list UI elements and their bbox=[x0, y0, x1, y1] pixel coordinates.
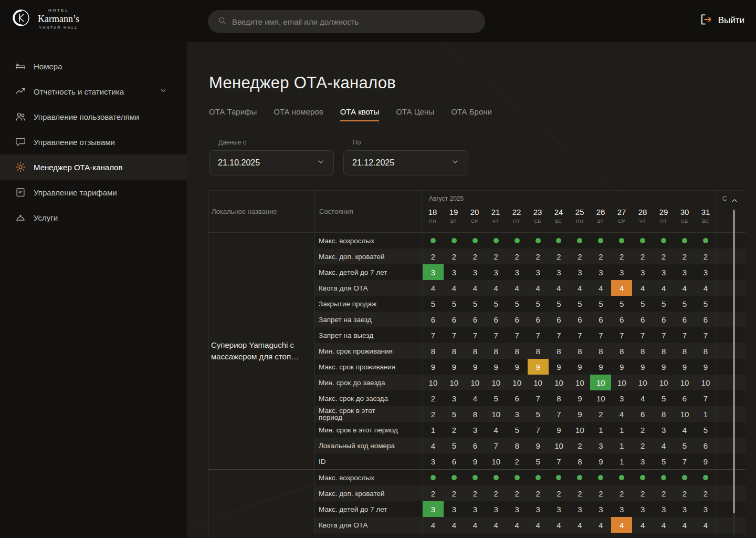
calendar-cell[interactable]: 6 bbox=[549, 312, 570, 327]
calendar-cell[interactable]: 10 bbox=[528, 375, 549, 390]
sidebar-item-ota-manager[interactable]: Менеджер ОТА-каналов bbox=[0, 154, 187, 180]
calendar-cell[interactable]: 3 bbox=[674, 501, 695, 517]
calendar-cell[interactable]: 3 bbox=[569, 264, 590, 280]
calendar-cell[interactable]: 5 bbox=[423, 296, 444, 312]
calendar-cell[interactable] bbox=[632, 470, 653, 485]
calendar-cell[interactable] bbox=[611, 233, 632, 249]
calendar-cell[interactable]: 6 bbox=[590, 312, 611, 327]
calendar-cell[interactable]: 2 bbox=[695, 485, 716, 501]
calendar-cell[interactable]: 4 bbox=[632, 390, 653, 406]
calendar-cell[interactable]: 3 bbox=[590, 264, 611, 280]
calendar-cell[interactable]: 2 bbox=[423, 406, 444, 422]
calendar-cell[interactable]: 7 bbox=[674, 453, 695, 469]
calendar-cell[interactable]: 4 bbox=[486, 280, 507, 296]
calendar-cell[interactable]: 6 bbox=[486, 312, 507, 327]
calendar-cell[interactable]: 3 bbox=[549, 264, 570, 280]
calendar-cell[interactable]: 4 bbox=[590, 280, 611, 296]
calendar-cell[interactable]: 3 bbox=[465, 501, 486, 517]
calendar-cell[interactable]: 8 bbox=[653, 343, 674, 359]
calendar-cell[interactable]: 4 bbox=[590, 517, 611, 533]
calendar-cell[interactable]: 8 bbox=[569, 343, 590, 359]
calendar-cell[interactable]: 3 bbox=[653, 422, 674, 438]
calendar-cell[interactable]: 3 bbox=[423, 453, 444, 469]
calendar-cell[interactable] bbox=[423, 470, 444, 485]
calendar-cell[interactable]: 2 bbox=[653, 485, 674, 501]
calendar-cell[interactable]: 4 bbox=[653, 517, 674, 533]
calendar-cell[interactable]: 9 bbox=[569, 390, 590, 406]
calendar-cell[interactable]: 2 bbox=[465, 249, 486, 264]
calendar-cell[interactable]: 5 bbox=[569, 296, 590, 312]
calendar-cell[interactable]: 5 bbox=[653, 296, 674, 312]
calendar-cell[interactable]: 2 bbox=[653, 249, 674, 264]
calendar-cell[interactable]: 10 bbox=[590, 375, 611, 390]
calendar-cell[interactable]: 5 bbox=[695, 422, 716, 438]
calendar-cell[interactable]: 1 bbox=[611, 422, 632, 438]
calendar-cell[interactable]: 5 bbox=[444, 406, 465, 422]
date-from-select[interactable]: 21.10.2025 bbox=[209, 150, 334, 175]
calendar-cell[interactable]: 2 bbox=[590, 485, 611, 501]
calendar-cell[interactable]: 3 bbox=[653, 264, 674, 280]
calendar-cell[interactable]: 6 bbox=[528, 312, 549, 327]
calendar-cell[interactable]: 10 bbox=[674, 375, 695, 390]
calendar-cell[interactable]: 2 bbox=[590, 249, 611, 264]
calendar-cell[interactable]: 10 bbox=[444, 375, 465, 390]
calendar-cell[interactable]: 10 bbox=[486, 453, 507, 469]
calendar-cell[interactable]: 8 bbox=[549, 390, 570, 406]
calendar-cell[interactable]: 3 bbox=[423, 264, 444, 280]
calendar-cell[interactable]: 7 bbox=[590, 327, 611, 343]
calendar-cell[interactable]: 4 bbox=[465, 390, 486, 406]
calendar-cell[interactable]: 3 bbox=[507, 264, 528, 280]
calendar-cell[interactable] bbox=[444, 470, 465, 485]
calendar-cell[interactable]: 7 bbox=[549, 406, 570, 422]
calendar-cell[interactable]: 6 bbox=[507, 390, 528, 406]
calendar-cell[interactable]: 3 bbox=[611, 390, 632, 406]
sidebar-item-reviews[interactable]: Управление отзывами bbox=[0, 129, 187, 154]
calendar-cell[interactable]: 9 bbox=[549, 422, 570, 438]
calendar-cell[interactable]: 2 bbox=[507, 249, 528, 264]
calendar-cell[interactable]: 6 bbox=[632, 312, 653, 327]
calendar-cell[interactable]: 3 bbox=[653, 501, 674, 517]
calendar-cell[interactable]: 10 bbox=[674, 406, 695, 422]
calendar-cell[interactable]: 3 bbox=[569, 501, 590, 517]
calendar-cell[interactable]: 2 bbox=[611, 485, 632, 501]
calendar-cell[interactable]: 6 bbox=[674, 312, 695, 327]
calendar-cell[interactable]: 9 bbox=[695, 359, 716, 375]
calendar-cell[interactable]: 9 bbox=[590, 359, 611, 375]
calendar-cell[interactable]: 9 bbox=[653, 359, 674, 375]
calendar-cell[interactable]: 4 bbox=[695, 280, 716, 296]
calendar-cell[interactable] bbox=[674, 233, 695, 249]
calendar-cell[interactable]: 7 bbox=[695, 390, 716, 406]
calendar-cell[interactable]: 4 bbox=[569, 517, 590, 533]
calendar-cell[interactable]: 2 bbox=[486, 485, 507, 501]
calendar-cell[interactable]: 10 bbox=[695, 375, 716, 390]
calendar-cell[interactable]: 2 bbox=[549, 249, 570, 264]
calendar-cell[interactable]: 3 bbox=[590, 438, 611, 453]
calendar-cell[interactable]: 9 bbox=[569, 359, 590, 375]
calendar-cell[interactable]: 9 bbox=[486, 359, 507, 375]
calendar-cell[interactable]: 7 bbox=[549, 453, 570, 469]
calendar-cell[interactable]: 10 bbox=[632, 375, 653, 390]
calendar-cell[interactable]: 4 bbox=[632, 517, 653, 533]
calendar-cell[interactable]: 5 bbox=[444, 438, 465, 453]
calendar-cell[interactable]: 1 bbox=[423, 422, 444, 438]
calendar-cell[interactable]: 7 bbox=[549, 327, 570, 343]
calendar-cell[interactable]: 1 bbox=[611, 438, 632, 453]
calendar-cell[interactable]: 3 bbox=[695, 264, 716, 280]
calendar-cell[interactable]: 3 bbox=[674, 264, 695, 280]
calendar-cell[interactable]: 2 bbox=[423, 249, 444, 264]
calendar-cell[interactable]: 8 bbox=[569, 453, 590, 469]
calendar-cell[interactable]: 3 bbox=[444, 390, 465, 406]
calendar-cell[interactable]: 9 bbox=[569, 406, 590, 422]
calendar-cell[interactable]: 3 bbox=[528, 501, 549, 517]
sidebar-item-reports[interactable]: Отчетность и статистика bbox=[0, 79, 187, 104]
calendar-cell[interactable]: 2 bbox=[444, 249, 465, 264]
calendar-cell[interactable]: 7 bbox=[528, 327, 549, 343]
calendar-cell[interactable]: 2 bbox=[632, 438, 653, 453]
calendar-cell[interactable]: 9 bbox=[695, 453, 716, 469]
calendar-cell[interactable] bbox=[507, 233, 528, 249]
calendar-cell[interactable]: 7 bbox=[528, 422, 549, 438]
calendar-cell[interactable]: 5 bbox=[444, 296, 465, 312]
calendar-cell[interactable]: 5 bbox=[486, 296, 507, 312]
calendar-cell[interactable]: 6 bbox=[423, 312, 444, 327]
logout-button[interactable]: Выйти bbox=[699, 13, 744, 28]
